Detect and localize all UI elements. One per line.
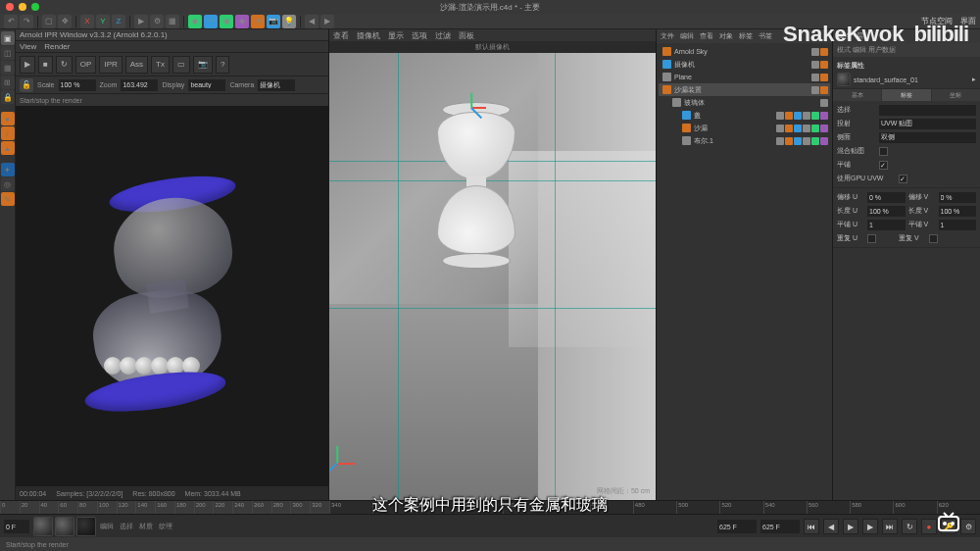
object-tag-icon[interactable] bbox=[803, 137, 810, 145]
frame-start-input[interactable] bbox=[4, 520, 29, 533]
node-space-tab[interactable]: 节点空间 bbox=[921, 16, 953, 26]
attr-lenv-input[interactable] bbox=[939, 206, 977, 217]
polys-mode-icon[interactable]: ▲ bbox=[1, 141, 15, 155]
object-row[interactable]: 玻璃体 bbox=[659, 96, 830, 109]
object-tag-icon[interactable] bbox=[820, 137, 828, 145]
deformer-icon[interactable]: ◈ bbox=[235, 15, 249, 28]
object-tag-icon[interactable] bbox=[794, 112, 802, 120]
snap-icon[interactable]: ⊞ bbox=[1, 75, 15, 89]
visibility-dot-icon[interactable] bbox=[820, 99, 828, 107]
ipr-stop-button[interactable]: ■ bbox=[38, 56, 53, 74]
object-row[interactable]: 布尔.1 bbox=[659, 134, 830, 147]
object-tag-icon[interactable] bbox=[820, 61, 828, 69]
axis-z-toggle[interactable]: Z bbox=[112, 15, 125, 28]
attr-lenu-input[interactable] bbox=[867, 206, 906, 217]
object-tag-icon[interactable] bbox=[785, 112, 793, 120]
vp-menu-view[interactable]: 查看 bbox=[333, 30, 349, 41]
attr-tab-basic[interactable]: 基本 bbox=[833, 89, 881, 101]
attr-tab-attributes[interactable]: 属性 bbox=[837, 31, 851, 41]
obj-tab-edit[interactable]: 编辑 bbox=[680, 31, 694, 41]
attr-mix-checkbox[interactable] bbox=[879, 147, 888, 156]
frame-current-input[interactable] bbox=[717, 520, 757, 533]
object-row[interactable]: Plane bbox=[659, 71, 830, 83]
texture-mode-icon[interactable]: ◫ bbox=[1, 46, 15, 60]
play-button[interactable]: ▶ bbox=[843, 519, 858, 534]
axis-y-toggle[interactable]: Y bbox=[96, 15, 110, 28]
object-tag-icon[interactable] bbox=[820, 125, 828, 132]
ipr-ipr-button[interactable]: IPR bbox=[99, 56, 122, 74]
visibility-dot-icon[interactable] bbox=[811, 61, 819, 69]
object-tag-icon[interactable] bbox=[811, 125, 819, 132]
points-mode-icon[interactable]: ● bbox=[1, 112, 15, 125]
object-tag-icon[interactable] bbox=[803, 112, 810, 120]
object-row[interactable]: 沙漏装置 bbox=[659, 83, 830, 96]
ipr-crop-button[interactable]: ▭ bbox=[172, 56, 190, 74]
axis-x-toggle[interactable]: X bbox=[80, 15, 94, 28]
edges-mode-icon[interactable]: / bbox=[1, 126, 15, 140]
viewport-axis-widget[interactable] bbox=[337, 463, 367, 492]
obj-tab-file[interactable]: 文件 bbox=[661, 31, 674, 41]
undo-icon[interactable]: ↶ bbox=[4, 15, 18, 28]
object-tag-icon[interactable] bbox=[811, 112, 819, 120]
history-prev-icon[interactable]: ◀ bbox=[305, 15, 318, 28]
ipr-ass-button[interactable]: Ass bbox=[125, 56, 148, 74]
obj-tab-view[interactable]: 查看 bbox=[700, 31, 713, 41]
environment-icon[interactable]: ☀ bbox=[251, 15, 265, 28]
ipr-menu-view[interactable]: View bbox=[20, 42, 36, 51]
picture-viewer-icon[interactable]: ▦ bbox=[166, 15, 179, 28]
timeline-ruler[interactable]: 0204060801001201401601802002202402602803… bbox=[0, 501, 980, 515]
attr-offv-input[interactable] bbox=[939, 192, 977, 203]
visibility-dot-icon[interactable] bbox=[811, 74, 819, 81]
camera-icon[interactable]: 📷 bbox=[267, 15, 280, 28]
render-settings-icon[interactable]: ⚙ bbox=[150, 15, 164, 28]
history-next-icon[interactable]: ▶ bbox=[320, 15, 334, 28]
visibility-dot-icon[interactable] bbox=[776, 125, 784, 132]
locked-icon[interactable]: 🔒 bbox=[1, 90, 15, 104]
visibility-dot-icon[interactable] bbox=[811, 48, 819, 56]
workplane-icon[interactable]: ▦ bbox=[1, 61, 15, 75]
viewport-hourglass-object[interactable] bbox=[432, 102, 520, 278]
obj-tab-tags[interactable]: 标签 bbox=[739, 31, 753, 41]
primitive-icon[interactable]: ◆ bbox=[188, 15, 202, 28]
tweak-mode-icon[interactable]: ✎ bbox=[1, 192, 15, 206]
minimize-window-button[interactable] bbox=[19, 3, 26, 11]
attr-projection-select[interactable] bbox=[879, 119, 976, 129]
layout-tab[interactable]: 界面 bbox=[960, 16, 976, 26]
visibility-dot-icon[interactable] bbox=[811, 86, 819, 94]
object-tag-icon[interactable] bbox=[794, 137, 802, 145]
attr-repu-checkbox[interactable] bbox=[867, 234, 876, 243]
object-tag-icon[interactable] bbox=[794, 125, 802, 132]
ipr-zoom-input[interactable] bbox=[121, 79, 158, 91]
vp-menu-options[interactable]: 选项 bbox=[412, 30, 427, 41]
object-row[interactable]: Arnold Sky bbox=[659, 45, 830, 58]
attr-tileu-input[interactable] bbox=[867, 220, 906, 230]
attr-repv-checkbox[interactable] bbox=[929, 234, 938, 243]
mat-tab-material[interactable]: 材质 bbox=[139, 522, 153, 531]
object-row[interactable]: 摄像机 bbox=[659, 58, 830, 71]
visibility-dot-icon[interactable] bbox=[776, 137, 784, 145]
attr-tilev-input[interactable] bbox=[939, 220, 977, 230]
keyframe-options-icon[interactable]: ⚙ bbox=[960, 519, 976, 534]
loop-button[interactable]: ↻ bbox=[902, 519, 917, 534]
ipr-menu-render[interactable]: Render bbox=[44, 42, 70, 51]
obj-tab-object[interactable]: 对象 bbox=[719, 31, 733, 41]
prev-frame-button[interactable]: ◀ bbox=[823, 519, 839, 534]
object-row[interactable]: 沙漏 bbox=[659, 122, 830, 134]
ipr-tx-button[interactable]: Tx bbox=[151, 56, 170, 74]
material-slot-2[interactable] bbox=[55, 517, 74, 536]
goto-start-button[interactable]: ⏮ bbox=[804, 519, 819, 534]
ipr-refresh-button[interactable]: ↻ bbox=[56, 56, 73, 74]
3d-viewport[interactable]: 网格间距：50 cm bbox=[329, 53, 656, 500]
ipr-render-view[interactable] bbox=[16, 106, 328, 486]
autokey-button[interactable]: 🔑 bbox=[941, 519, 956, 534]
ipr-help-button[interactable]: ? bbox=[216, 56, 229, 74]
mat-tab-select[interactable]: 选择 bbox=[120, 522, 133, 531]
object-row[interactable]: 盖 bbox=[659, 109, 830, 122]
close-window-button[interactable] bbox=[6, 3, 14, 11]
next-frame-button[interactable]: ▶ bbox=[862, 519, 878, 534]
select-tool-icon[interactable]: ▢ bbox=[42, 15, 56, 28]
mat-tab-edit[interactable]: 编辑 bbox=[100, 522, 114, 531]
object-tag-icon[interactable] bbox=[820, 48, 828, 56]
spline-icon[interactable]: 〰 bbox=[204, 15, 218, 28]
object-tag-icon[interactable] bbox=[811, 137, 819, 145]
